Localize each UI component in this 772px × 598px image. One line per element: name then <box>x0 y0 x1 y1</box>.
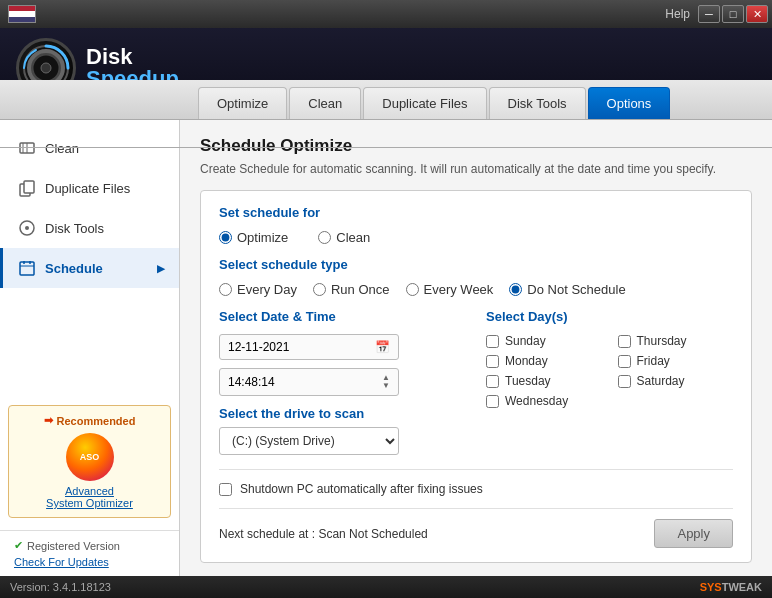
page-description: Create Schedule for automatic scanning. … <box>200 162 752 176</box>
radio-everyweek[interactable]: Every Week <box>406 282 494 297</box>
duplicate-icon <box>17 178 37 198</box>
sidebar-item-duplicate[interactable]: Duplicate Files <box>0 168 179 208</box>
day-tuesday[interactable]: Tuesday <box>486 374 602 388</box>
svg-point-1 <box>32 54 60 82</box>
drive-select-section: Select the drive to scan (C:) (System Dr… <box>219 406 466 455</box>
content-area: Schedule Optimize Create Schedule for au… <box>180 120 772 576</box>
svg-rect-10 <box>20 262 34 275</box>
day-sunday[interactable]: Sunday <box>486 334 602 348</box>
drive-select[interactable]: (C:) (System Drive) <box>219 427 399 455</box>
minimize-button[interactable]: ─ <box>698 5 720 23</box>
nav-tabs <box>0 108 772 148</box>
maximize-button[interactable]: □ <box>722 5 744 23</box>
radio-runonce[interactable]: Run Once <box>313 282 390 297</box>
time-spinner[interactable]: ▲ ▼ <box>382 374 390 390</box>
brand-label: SYSTWEAK <box>700 581 762 593</box>
main-layout: Clean Duplicate Files Disk Tools Schedul… <box>0 120 772 576</box>
date-input-wrapper: 📅 <box>219 334 399 360</box>
schedule-type-row: Every Day Run Once Every Week Do Not Sch… <box>219 282 733 297</box>
datetime-label: Select Date & Time <box>219 309 466 324</box>
shutdown-label[interactable]: Shutdown PC automatically after fixing i… <box>240 482 483 496</box>
svg-rect-7 <box>24 181 34 193</box>
time-input[interactable] <box>228 375 358 389</box>
sidebar-item-schedule[interactable]: Schedule ▶ <box>0 248 179 288</box>
sidebar-disktools-label: Disk Tools <box>45 221 104 236</box>
aso-logo: ASO <box>66 433 114 481</box>
footer-row: Next schedule at : Scan Not Scheduled Ap… <box>219 508 733 548</box>
help-label[interactable]: Help <box>665 7 690 21</box>
radio-donotschedule[interactable]: Do Not Schedule <box>509 282 625 297</box>
sidebar: Clean Duplicate Files Disk Tools Schedul… <box>0 120 180 576</box>
check-icon: ✔ <box>14 539 23 552</box>
next-schedule-text: Next schedule at : Scan Not Scheduled <box>219 527 428 541</box>
day-wednesday[interactable]: Wednesday <box>486 394 602 408</box>
col-left: Select Date & Time 📅 ▲ ▼ <box>219 309 466 455</box>
statusbar: Version: 3.4.1.18123 SYSTWEAK <box>0 576 772 598</box>
time-input-wrapper: ▲ ▼ <box>219 368 399 396</box>
sidebar-bottom: ✔ Registered Version Check For Updates <box>0 530 179 576</box>
radio-everyday[interactable]: Every Day <box>219 282 297 297</box>
check-updates-link[interactable]: Check For Updates <box>14 556 109 568</box>
svg-point-9 <box>25 226 29 230</box>
radio-clean[interactable]: Clean <box>318 230 370 245</box>
days-grid: Sunday Thursday Monday <box>486 334 733 408</box>
schedule-for-row: Optimize Clean <box>219 230 733 245</box>
spin-down[interactable]: ▼ <box>382 382 390 390</box>
radio-optimize[interactable]: Optimize <box>219 230 288 245</box>
day-monday[interactable]: Monday <box>486 354 602 368</box>
day-friday[interactable]: Friday <box>618 354 734 368</box>
schedule-box: Set schedule for Optimize Clean Select s… <box>200 190 752 563</box>
recommended-label: ➡ Recommended <box>17 414 162 427</box>
apply-button[interactable]: Apply <box>654 519 733 548</box>
calendar-icon[interactable]: 📅 <box>375 340 390 354</box>
recommended-box: ➡ Recommended ASO Advanced System Optimi… <box>8 405 171 518</box>
set-schedule-label: Set schedule for <box>219 205 733 220</box>
sidebar-schedule-label: Schedule <box>45 261 103 276</box>
version-label: Version: 3.4.1.18123 <box>10 581 111 593</box>
shutdown-row: Shutdown PC automatically after fixing i… <box>219 469 733 496</box>
aso-link[interactable]: Advanced System Optimizer <box>17 485 162 509</box>
schedule-type-label: Select schedule type <box>219 257 733 272</box>
sidebar-spacer <box>0 288 179 405</box>
close-button[interactable]: ✕ <box>746 5 768 23</box>
shutdown-checkbox[interactable] <box>219 483 232 496</box>
days-label: Select Day(s) <box>486 309 733 324</box>
svg-point-2 <box>41 63 51 73</box>
recommended-icon: ➡ <box>44 414 53 427</box>
date-input[interactable] <box>228 340 368 354</box>
disktools-icon <box>17 218 37 238</box>
chevron-right-icon: ▶ <box>157 263 165 274</box>
sidebar-item-disktools[interactable]: Disk Tools <box>0 208 179 248</box>
day-saturday[interactable]: Saturday <box>618 374 734 388</box>
registered-row: ✔ Registered Version <box>14 539 165 552</box>
sidebar-duplicate-label: Duplicate Files <box>45 181 130 196</box>
two-col: Select Date & Time 📅 ▲ ▼ <box>219 309 733 455</box>
flag-icon <box>8 5 36 23</box>
next-schedule-value: Scan Not Scheduled <box>318 527 427 541</box>
col-right: Select Day(s) Sunday Thursday <box>486 309 733 455</box>
titlebar: Help ─ □ ✕ <box>0 0 772 28</box>
logo-disk: Disk <box>86 46 179 68</box>
drive-label: Select the drive to scan <box>219 406 466 421</box>
schedule-icon <box>17 258 37 278</box>
day-thursday[interactable]: Thursday <box>618 334 734 348</box>
